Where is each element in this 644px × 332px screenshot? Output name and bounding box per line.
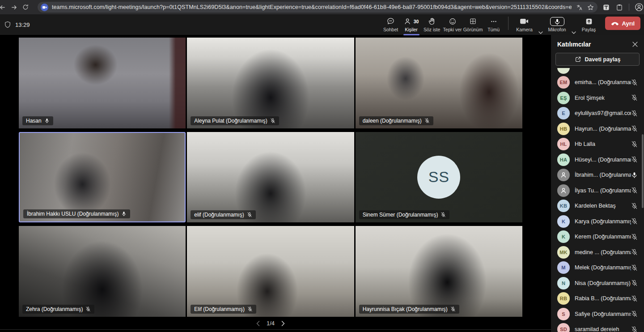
participant-row[interactable]: HA Hüseyi... (Doğrulanmamış) bbox=[551, 152, 644, 168]
toolbar-tab-tumu[interactable]: Tümü bbox=[484, 16, 504, 34]
participant-row[interactable]: E eylulilyas97@gmail.com bbox=[551, 106, 644, 121]
participant-name: medine ... (Doğrulanmamış) bbox=[575, 249, 631, 255]
toolbar-tab-tepki-ver[interactable]: Tepki ver bbox=[443, 16, 462, 34]
browser-forward-icon[interactable] bbox=[8, 1, 20, 13]
avatar-initials: EM bbox=[560, 80, 568, 85]
leave-label: Ayrıl bbox=[622, 20, 635, 27]
browser-back-icon[interactable] bbox=[0, 1, 8, 13]
hang-up-icon bbox=[611, 21, 619, 26]
tile-participant-name: daleen (Doğrulanmamış) bbox=[363, 118, 422, 124]
video-tile[interactable]: SS Sinem Sümer (Doğrulanmamış) bbox=[356, 132, 522, 223]
browser-profile-icon[interactable] bbox=[635, 3, 644, 12]
avatar-initials: K bbox=[562, 234, 565, 239]
video-tile[interactable]: Elif (Doğrulanmamış) bbox=[187, 226, 354, 317]
browser-reload-icon[interactable] bbox=[20, 1, 31, 13]
browser-toolbar: teams.microsoft.com/light-meetings/launc… bbox=[0, 0, 644, 14]
participant-row[interactable]: N Nisa (Doğrulanmamış) bbox=[551, 276, 644, 291]
participant-row[interactable]: HB Hayrun... (Doğrulanmamış) bbox=[551, 121, 644, 137]
participant-row[interactable]: İlyas Tu... (Doğrulanmamış) bbox=[551, 183, 644, 199]
panel-scrollbar[interactable] bbox=[642, 134, 644, 208]
avatar-initials: HB bbox=[560, 126, 567, 132]
mic-status-icon bbox=[631, 94, 638, 101]
participant-row[interactable]: MK medine ... (Doğrulanmamış) bbox=[551, 245, 644, 260]
participant-row[interactable]: RB Rabia B... (Doğrulanmamış) bbox=[551, 291, 644, 306]
participant-avatar: E bbox=[557, 107, 570, 119]
extension-icon-1[interactable] bbox=[602, 1, 610, 13]
mic-label: Mikrofon bbox=[548, 27, 566, 32]
participant-avatar: K bbox=[557, 230, 570, 243]
mic-options-chevron-icon[interactable] bbox=[570, 27, 577, 34]
toolbar-tab-gorunum[interactable]: Görünüm bbox=[463, 16, 483, 34]
participant-row[interactable]: İbrahim... (Doğrulanmamış) bbox=[551, 167, 644, 183]
mic-status-icon bbox=[631, 234, 638, 240]
mic-status-icon bbox=[631, 156, 638, 163]
mic-status-icon bbox=[631, 218, 638, 225]
translate-icon[interactable] bbox=[576, 4, 583, 11]
toolbar-tab-sohbet[interactable]: Sohbet bbox=[381, 16, 401, 34]
avatar-initials: N bbox=[562, 281, 565, 286]
mic-status-icon bbox=[631, 280, 638, 286]
toolbar-tab-label: Tümü bbox=[487, 27, 500, 32]
share-button[interactable]: Paylaş bbox=[578, 16, 600, 34]
share-invite-button[interactable]: Daveti paylaş bbox=[555, 53, 640, 66]
participant-row[interactable]: KB Kardelen Bektaş bbox=[551, 198, 644, 214]
participant-name: İbrahim... (Doğrulanmamış) bbox=[575, 172, 631, 178]
participant-row-partial bbox=[551, 68, 644, 75]
video-tile[interactable]: elif (Doğrulanmamış) bbox=[187, 132, 354, 223]
participant-row[interactable]: M Melek (Doğrulanmamış) bbox=[551, 260, 644, 276]
avatar-initials: S bbox=[562, 311, 565, 317]
video-tile[interactable]: İbrahim Hakkı USLU (Doğrulanmamış) bbox=[19, 132, 186, 223]
tile-participant-name: İbrahim Hakkı USLU (Doğrulanmamış) bbox=[27, 211, 119, 217]
participant-row[interactable]: S Safiye (Doğrulanmamış) bbox=[551, 306, 644, 322]
tile-name-label: elif (Doğrulanmamış) bbox=[191, 210, 255, 219]
participant-name: emirha... (Doğrulanmamış) bbox=[575, 79, 631, 85]
avatar bbox=[557, 68, 570, 74]
participant-avatar bbox=[557, 169, 570, 181]
people-icon bbox=[404, 17, 412, 26]
share-label: Paylaş bbox=[582, 27, 596, 32]
participant-name: Rabia B... (Doğrulanmamış) bbox=[575, 295, 631, 302]
address-bar[interactable]: teams.microsoft.com/light-meetings/launc… bbox=[38, 2, 597, 13]
participant-row[interactable]: HL Hb Lalla bbox=[551, 136, 644, 152]
participant-name: Hb Lalla bbox=[575, 141, 631, 147]
bookmark-star-icon[interactable] bbox=[587, 4, 594, 11]
mic-status-icon bbox=[631, 110, 638, 117]
video-tile[interactable]: Zehra (Doğrulanmamış) bbox=[19, 226, 186, 317]
leave-button[interactable]: Ayrıl bbox=[605, 17, 640, 30]
panel-title: Katılımcılar bbox=[557, 41, 591, 48]
participant-name: Kerem (Doğrulanmamış) bbox=[575, 234, 631, 240]
participant-name: saramilad dereieh bbox=[575, 326, 631, 332]
participant-row[interactable]: EŞ Erol Şimşek bbox=[551, 90, 644, 106]
mic-status-icon bbox=[85, 306, 91, 312]
mic-status-icon bbox=[270, 118, 275, 123]
more-dots-icon bbox=[490, 17, 498, 26]
video-tile[interactable]: Hasan bbox=[19, 38, 186, 128]
previous-page-icon[interactable] bbox=[256, 321, 260, 326]
tile-participant-name: Elif (Doğrulanmamış) bbox=[194, 306, 245, 312]
participant-avatar: HB bbox=[557, 123, 570, 135]
toolbar-tab-label: Görünüm bbox=[463, 27, 483, 32]
camera-button[interactable]: Kamera bbox=[513, 16, 536, 34]
tile-name-label: Hasan bbox=[22, 116, 53, 125]
avatar-initials: HA bbox=[560, 157, 567, 162]
toolbar-tab-soz-iste[interactable]: Söz iste bbox=[422, 16, 442, 34]
video-tile[interactable]: Hayrunnisa Bıçak (Doğrulanmamış) bbox=[356, 226, 522, 317]
mic-status-icon bbox=[631, 264, 638, 271]
camera-options-chevron-icon[interactable] bbox=[537, 27, 544, 34]
close-panel-icon[interactable] bbox=[632, 42, 638, 47]
video-tile[interactable]: daleen (Doğrulanmamış) bbox=[356, 38, 522, 128]
tile-participant-name: Hayrunnisa Bıçak (Doğrulanmamış) bbox=[363, 306, 448, 312]
next-page-icon[interactable] bbox=[281, 321, 285, 326]
mic-button[interactable]: Mikrofon bbox=[545, 16, 569, 34]
participant-name: Erol Şimşek bbox=[575, 95, 631, 101]
participant-row[interactable]: K Kerem (Doğrulanmamış) bbox=[551, 229, 644, 245]
participant-row[interactable]: EM emirha... (Doğrulanmamış) bbox=[551, 75, 644, 90]
gallery-pagination: 1/4 bbox=[19, 320, 522, 327]
meeting-timer: 13:29 bbox=[15, 21, 30, 28]
participant-row[interactable]: SD saramilad dereieh bbox=[551, 322, 644, 332]
extension-icon-2[interactable] bbox=[615, 1, 623, 13]
meeting-toolbar: 13:29 Sohbet 30 Kişiler Söz iste bbox=[0, 14, 644, 35]
toolbar-tab-kisiler[interactable]: 30 Kişiler bbox=[402, 16, 421, 34]
participant-row[interactable]: K Karya (Doğrulanmamış) bbox=[551, 214, 644, 230]
video-tile[interactable]: Aleyna Pulat (Doğrulanmamış) bbox=[187, 38, 354, 128]
